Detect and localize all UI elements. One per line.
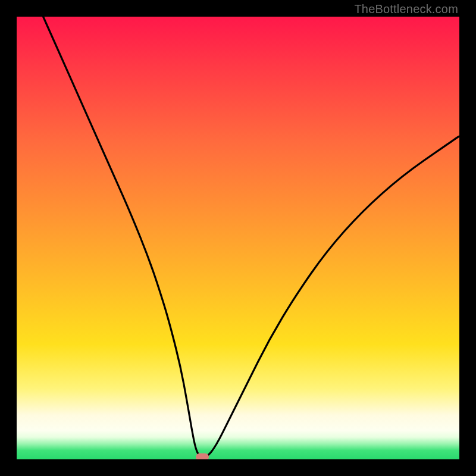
plot-area — [17, 17, 459, 459]
chart-frame: TheBottleneck.com — [0, 0, 476, 476]
curve-layer — [17, 17, 459, 459]
bottleneck-curve — [43, 17, 459, 457]
optimum-marker — [196, 453, 209, 459]
attribution-text: TheBottleneck.com — [354, 2, 458, 16]
